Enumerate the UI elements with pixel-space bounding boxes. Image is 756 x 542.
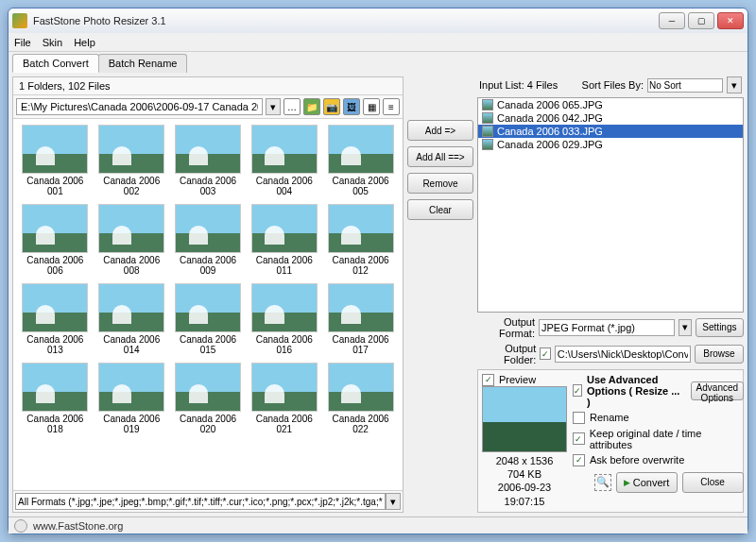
- output-format-dropdown-button[interactable]: ▾: [679, 319, 692, 336]
- thumbnail[interactable]: Canada 2006 004: [248, 125, 320, 196]
- input-list-item[interactable]: Canada 2006 042.JPG: [478, 111, 743, 125]
- tab-batch-rename[interactable]: Batch Rename: [98, 54, 188, 73]
- settings-button[interactable]: Settings: [696, 318, 744, 337]
- path-input[interactable]: [16, 98, 263, 115]
- toolbar-icon-3[interactable]: 🖼: [343, 98, 360, 115]
- thumbnail-caption: Canada 2006 015: [172, 334, 245, 355]
- menubar: File Skin Help: [9, 33, 747, 52]
- maximize-button[interactable]: ▢: [688, 12, 714, 29]
- transfer-buttons: Add => Add All ==> Remove Clear: [407, 76, 473, 513]
- advanced-options-button[interactable]: Advanced Options: [691, 381, 743, 400]
- browse-button[interactable]: Browse: [695, 345, 744, 364]
- thumbnail-caption: Canada 2006 019: [95, 414, 168, 434]
- thumbnail[interactable]: Canada 2006 015: [172, 283, 245, 355]
- view-list-button[interactable]: ≡: [383, 98, 400, 115]
- ask-overwrite-checkbox[interactable]: ✓: [573, 454, 585, 466]
- toolbar-icon-2[interactable]: 📷: [323, 98, 340, 115]
- thumbnail[interactable]: Canada 2006 003: [172, 125, 245, 196]
- thumbnail[interactable]: Canada 2006 021: [248, 363, 320, 434]
- thumbnail-image: [328, 125, 394, 174]
- remove-button[interactable]: Remove: [407, 173, 473, 194]
- sort-select[interactable]: [647, 78, 723, 93]
- magnifier-icon[interactable]: 🔍: [594, 474, 611, 491]
- thumbnail-image: [98, 204, 164, 253]
- convert-button[interactable]: ▶Convert: [616, 472, 678, 493]
- thumbnail-caption: Canada 2006 022: [324, 414, 397, 434]
- thumbnail[interactable]: Canada 2006 012: [324, 204, 397, 276]
- content: 1 Folders, 102 Files ▾ … 📁 📷 🖼 ▦ ≡ Canad…: [9, 73, 747, 517]
- thumbnail-caption: Canada 2006 014: [95, 334, 168, 355]
- thumbnail-image: [98, 363, 164, 412]
- website-link[interactable]: www.FastStone.org: [33, 520, 123, 532]
- preview-block: ✓Preview 2048 x 1536 704 KB 2006-09-23 1…: [482, 374, 567, 508]
- thumbnail[interactable]: Canada 2006 018: [19, 363, 92, 434]
- thumbnail[interactable]: Canada 2006 020: [172, 363, 245, 434]
- file-name: Canada 2006 029.JPG: [497, 139, 603, 150]
- thumbnail[interactable]: Canada 2006 005: [324, 125, 397, 196]
- output-folder-checkbox[interactable]: ✓: [540, 347, 551, 360]
- sort-dropdown-button[interactable]: ▾: [727, 76, 742, 93]
- close-window-button[interactable]: ✕: [717, 12, 744, 29]
- file-name: Canada 2006 033.JPG: [497, 126, 603, 137]
- keep-date-checkbox[interactable]: ✓: [573, 432, 585, 445]
- thumbnail[interactable]: Canada 2006 016: [248, 283, 320, 355]
- thumbnail[interactable]: Canada 2006 022: [324, 363, 397, 434]
- input-list[interactable]: Canada 2006 065.JPGCanada 2006 042.JPGCa…: [477, 97, 744, 313]
- thumbnail-caption: Canada 2006 012: [324, 255, 397, 276]
- thumbnail-image: [251, 125, 318, 174]
- browse-folder-button[interactable]: …: [284, 98, 301, 115]
- use-advanced-checkbox[interactable]: ✓: [573, 384, 582, 397]
- file-icon: [482, 112, 493, 124]
- thumbnail-image: [251, 363, 318, 412]
- thumbnail-image: [22, 125, 88, 174]
- file-name: Canada 2006 065.JPG: [497, 99, 603, 110]
- output-format-select[interactable]: [539, 319, 675, 336]
- thumbnail[interactable]: Canada 2006 019: [95, 363, 168, 434]
- path-row: ▾ … 📁 📷 🖼 ▦ ≡: [13, 95, 403, 119]
- tab-batch-convert[interactable]: Batch Convert: [12, 54, 99, 73]
- thumbnail[interactable]: Canada 2006 009: [172, 204, 245, 276]
- input-list-item[interactable]: Canada 2006 029.JPG: [478, 138, 743, 151]
- menu-help[interactable]: Help: [74, 37, 95, 48]
- toolbar-icon-1[interactable]: 📁: [303, 98, 320, 115]
- thumbnail-image: [22, 363, 88, 412]
- clear-button[interactable]: Clear: [407, 199, 473, 220]
- thumbnail[interactable]: Canada 2006 014: [95, 283, 168, 355]
- thumbnail-caption: Canada 2006 018: [19, 414, 92, 434]
- thumbnail-image: [251, 283, 318, 332]
- thumbnail[interactable]: Canada 2006 017: [324, 283, 397, 355]
- menu-skin[interactable]: Skin: [43, 37, 62, 48]
- thumbnail[interactable]: Canada 2006 002: [95, 125, 168, 196]
- rename-checkbox[interactable]: [573, 412, 585, 424]
- status-icon[interactable]: [14, 519, 27, 533]
- minimize-button[interactable]: ─: [659, 12, 685, 29]
- input-list-item[interactable]: Canada 2006 033.JPG: [478, 125, 743, 138]
- close-button[interactable]: Close: [682, 472, 744, 493]
- window-title: FastStone Photo Resizer 3.1: [33, 15, 659, 26]
- thumbnail-image: [22, 283, 88, 332]
- options-list: ✓Use Advanced Options ( Resize ... )Adva…: [573, 374, 744, 508]
- add-all-button[interactable]: Add All ==>: [407, 146, 473, 167]
- view-grid-button[interactable]: ▦: [363, 98, 380, 115]
- thumbnail[interactable]: Canada 2006 013: [19, 283, 92, 355]
- path-dropdown-button[interactable]: ▾: [266, 98, 281, 115]
- thumbnail-caption: Canada 2006 006: [19, 255, 92, 276]
- input-list-item[interactable]: Canada 2006 065.JPG: [478, 98, 743, 111]
- ask-overwrite-label: Ask before overwrite: [590, 454, 684, 466]
- thumbnail[interactable]: Canada 2006 006: [19, 204, 92, 276]
- output-pane: Input List: 4 Files Sort Files By: ▾ Can…: [477, 76, 744, 513]
- thumbnail[interactable]: Canada 2006 011: [248, 204, 320, 276]
- output-folder-input[interactable]: [555, 346, 691, 363]
- filter-dropdown-button[interactable]: ▾: [386, 493, 401, 510]
- add-button[interactable]: Add =>: [407, 120, 473, 141]
- thumbnail[interactable]: Canada 2006 008: [95, 204, 168, 276]
- titlebar: FastStone Photo Resizer 3.1 ─ ▢ ✕: [9, 8, 747, 33]
- format-filter[interactable]: [15, 493, 386, 510]
- menu-file[interactable]: File: [14, 37, 31, 48]
- app-icon: [12, 13, 27, 28]
- thumbnail[interactable]: Canada 2006 001: [19, 125, 92, 196]
- input-list-label: Input List: 4 Files: [479, 79, 558, 91]
- keep-date-label: Keep original date / time attributes: [590, 428, 744, 450]
- thumbnail-image: [175, 283, 241, 332]
- preview-checkbox[interactable]: ✓: [482, 374, 494, 386]
